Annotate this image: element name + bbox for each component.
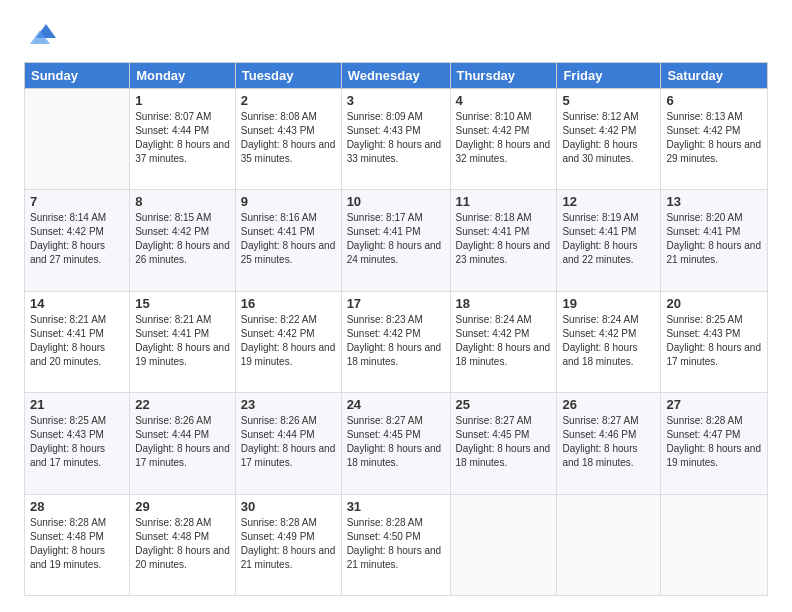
- weekday-header: Friday: [557, 63, 661, 89]
- calendar-cell: 13Sunrise: 8:20 AMSunset: 4:41 PMDayligh…: [661, 190, 768, 291]
- day-number: 6: [666, 93, 762, 108]
- day-number: 18: [456, 296, 552, 311]
- day-number: 28: [30, 499, 124, 514]
- cell-text: Sunrise: 8:20 AMSunset: 4:41 PMDaylight:…: [666, 211, 762, 267]
- calendar-cell: 11Sunrise: 8:18 AMSunset: 4:41 PMDayligh…: [450, 190, 557, 291]
- calendar-cell: 23Sunrise: 8:26 AMSunset: 4:44 PMDayligh…: [235, 393, 341, 494]
- calendar-week-row: 14Sunrise: 8:21 AMSunset: 4:41 PMDayligh…: [25, 291, 768, 392]
- day-number: 24: [347, 397, 445, 412]
- cell-text: Sunrise: 8:28 AMSunset: 4:49 PMDaylight:…: [241, 516, 336, 572]
- calendar-cell: [557, 494, 661, 595]
- calendar-cell: 28Sunrise: 8:28 AMSunset: 4:48 PMDayligh…: [25, 494, 130, 595]
- cell-text: Sunrise: 8:24 AMSunset: 4:42 PMDaylight:…: [562, 313, 655, 369]
- calendar-cell: [450, 494, 557, 595]
- calendar-cell: 26Sunrise: 8:27 AMSunset: 4:46 PMDayligh…: [557, 393, 661, 494]
- calendar-week-row: 1Sunrise: 8:07 AMSunset: 4:44 PMDaylight…: [25, 89, 768, 190]
- cell-text: Sunrise: 8:12 AMSunset: 4:42 PMDaylight:…: [562, 110, 655, 166]
- calendar-cell: 5Sunrise: 8:12 AMSunset: 4:42 PMDaylight…: [557, 89, 661, 190]
- cell-text: Sunrise: 8:09 AMSunset: 4:43 PMDaylight:…: [347, 110, 445, 166]
- day-number: 14: [30, 296, 124, 311]
- calendar-cell: [661, 494, 768, 595]
- cell-text: Sunrise: 8:25 AMSunset: 4:43 PMDaylight:…: [30, 414, 124, 470]
- day-number: 31: [347, 499, 445, 514]
- cell-text: Sunrise: 8:23 AMSunset: 4:42 PMDaylight:…: [347, 313, 445, 369]
- calendar-cell: 14Sunrise: 8:21 AMSunset: 4:41 PMDayligh…: [25, 291, 130, 392]
- calendar-cell: 6Sunrise: 8:13 AMSunset: 4:42 PMDaylight…: [661, 89, 768, 190]
- calendar-week-row: 7Sunrise: 8:14 AMSunset: 4:42 PMDaylight…: [25, 190, 768, 291]
- day-number: 26: [562, 397, 655, 412]
- calendar-table: SundayMondayTuesdayWednesdayThursdayFrid…: [24, 62, 768, 596]
- cell-text: Sunrise: 8:25 AMSunset: 4:43 PMDaylight:…: [666, 313, 762, 369]
- day-number: 30: [241, 499, 336, 514]
- day-number: 9: [241, 194, 336, 209]
- cell-text: Sunrise: 8:10 AMSunset: 4:42 PMDaylight:…: [456, 110, 552, 166]
- calendar-cell: 24Sunrise: 8:27 AMSunset: 4:45 PMDayligh…: [341, 393, 450, 494]
- cell-text: Sunrise: 8:24 AMSunset: 4:42 PMDaylight:…: [456, 313, 552, 369]
- calendar-week-row: 21Sunrise: 8:25 AMSunset: 4:43 PMDayligh…: [25, 393, 768, 494]
- day-number: 1: [135, 93, 230, 108]
- cell-text: Sunrise: 8:28 AMSunset: 4:48 PMDaylight:…: [30, 516, 124, 572]
- day-number: 2: [241, 93, 336, 108]
- cell-text: Sunrise: 8:17 AMSunset: 4:41 PMDaylight:…: [347, 211, 445, 267]
- calendar-cell: [25, 89, 130, 190]
- cell-text: Sunrise: 8:28 AMSunset: 4:50 PMDaylight:…: [347, 516, 445, 572]
- day-number: 16: [241, 296, 336, 311]
- day-number: 3: [347, 93, 445, 108]
- day-number: 13: [666, 194, 762, 209]
- cell-text: Sunrise: 8:28 AMSunset: 4:48 PMDaylight:…: [135, 516, 230, 572]
- calendar-cell: 7Sunrise: 8:14 AMSunset: 4:42 PMDaylight…: [25, 190, 130, 291]
- day-number: 7: [30, 194, 124, 209]
- calendar-cell: 1Sunrise: 8:07 AMSunset: 4:44 PMDaylight…: [130, 89, 236, 190]
- day-number: 25: [456, 397, 552, 412]
- calendar-cell: 17Sunrise: 8:23 AMSunset: 4:42 PMDayligh…: [341, 291, 450, 392]
- day-number: 21: [30, 397, 124, 412]
- calendar-cell: 22Sunrise: 8:26 AMSunset: 4:44 PMDayligh…: [130, 393, 236, 494]
- calendar-week-row: 28Sunrise: 8:28 AMSunset: 4:48 PMDayligh…: [25, 494, 768, 595]
- calendar-cell: 20Sunrise: 8:25 AMSunset: 4:43 PMDayligh…: [661, 291, 768, 392]
- header: [24, 20, 768, 52]
- page: SundayMondayTuesdayWednesdayThursdayFrid…: [0, 0, 792, 612]
- calendar-cell: 25Sunrise: 8:27 AMSunset: 4:45 PMDayligh…: [450, 393, 557, 494]
- cell-text: Sunrise: 8:26 AMSunset: 4:44 PMDaylight:…: [241, 414, 336, 470]
- day-number: 15: [135, 296, 230, 311]
- cell-text: Sunrise: 8:21 AMSunset: 4:41 PMDaylight:…: [30, 313, 124, 369]
- calendar-cell: 4Sunrise: 8:10 AMSunset: 4:42 PMDaylight…: [450, 89, 557, 190]
- calendar-cell: 29Sunrise: 8:28 AMSunset: 4:48 PMDayligh…: [130, 494, 236, 595]
- weekday-header: Wednesday: [341, 63, 450, 89]
- cell-text: Sunrise: 8:27 AMSunset: 4:45 PMDaylight:…: [347, 414, 445, 470]
- cell-text: Sunrise: 8:27 AMSunset: 4:46 PMDaylight:…: [562, 414, 655, 470]
- day-number: 8: [135, 194, 230, 209]
- weekday-header: Monday: [130, 63, 236, 89]
- calendar-cell: 12Sunrise: 8:19 AMSunset: 4:41 PMDayligh…: [557, 190, 661, 291]
- calendar-cell: 31Sunrise: 8:28 AMSunset: 4:50 PMDayligh…: [341, 494, 450, 595]
- cell-text: Sunrise: 8:08 AMSunset: 4:43 PMDaylight:…: [241, 110, 336, 166]
- weekday-header: Thursday: [450, 63, 557, 89]
- cell-text: Sunrise: 8:22 AMSunset: 4:42 PMDaylight:…: [241, 313, 336, 369]
- calendar-header-row: SundayMondayTuesdayWednesdayThursdayFrid…: [25, 63, 768, 89]
- cell-text: Sunrise: 8:19 AMSunset: 4:41 PMDaylight:…: [562, 211, 655, 267]
- day-number: 17: [347, 296, 445, 311]
- day-number: 23: [241, 397, 336, 412]
- cell-text: Sunrise: 8:16 AMSunset: 4:41 PMDaylight:…: [241, 211, 336, 267]
- calendar-cell: 8Sunrise: 8:15 AMSunset: 4:42 PMDaylight…: [130, 190, 236, 291]
- weekday-header: Tuesday: [235, 63, 341, 89]
- calendar-cell: 15Sunrise: 8:21 AMSunset: 4:41 PMDayligh…: [130, 291, 236, 392]
- cell-text: Sunrise: 8:07 AMSunset: 4:44 PMDaylight:…: [135, 110, 230, 166]
- day-number: 4: [456, 93, 552, 108]
- day-number: 22: [135, 397, 230, 412]
- day-number: 12: [562, 194, 655, 209]
- calendar-cell: 3Sunrise: 8:09 AMSunset: 4:43 PMDaylight…: [341, 89, 450, 190]
- cell-text: Sunrise: 8:13 AMSunset: 4:42 PMDaylight:…: [666, 110, 762, 166]
- day-number: 5: [562, 93, 655, 108]
- weekday-header: Sunday: [25, 63, 130, 89]
- logo-icon: [24, 20, 56, 52]
- calendar-cell: 21Sunrise: 8:25 AMSunset: 4:43 PMDayligh…: [25, 393, 130, 494]
- cell-text: Sunrise: 8:21 AMSunset: 4:41 PMDaylight:…: [135, 313, 230, 369]
- calendar-cell: 18Sunrise: 8:24 AMSunset: 4:42 PMDayligh…: [450, 291, 557, 392]
- logo: [24, 20, 60, 52]
- weekday-header: Saturday: [661, 63, 768, 89]
- cell-text: Sunrise: 8:15 AMSunset: 4:42 PMDaylight:…: [135, 211, 230, 267]
- cell-text: Sunrise: 8:27 AMSunset: 4:45 PMDaylight:…: [456, 414, 552, 470]
- day-number: 27: [666, 397, 762, 412]
- day-number: 19: [562, 296, 655, 311]
